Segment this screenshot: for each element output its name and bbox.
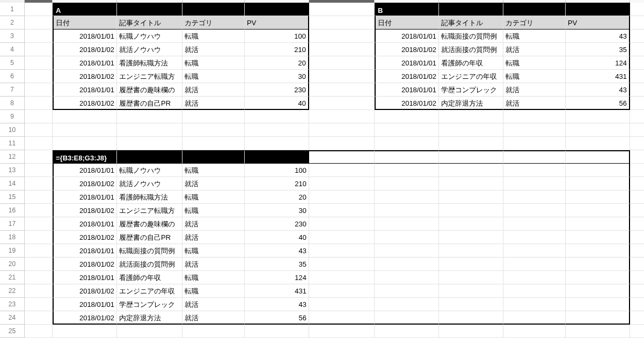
cell[interactable]: 就活面接の質問例: [439, 43, 503, 56]
cell[interactable]: [309, 97, 375, 110]
cell[interactable]: 転職: [503, 30, 566, 43]
cell[interactable]: 230: [245, 217, 309, 231]
cell[interactable]: 124: [245, 271, 309, 284]
spreadsheet-grid[interactable]: 1 A B 2 日付 記事タイトル カテゴリ PV 日付 記事タイトル カテゴリ…: [0, 3, 644, 338]
cell[interactable]: [375, 150, 439, 164]
cell[interactable]: 100: [245, 164, 309, 177]
cell[interactable]: [566, 137, 630, 150]
cell[interactable]: [182, 110, 245, 123]
grid-row[interactable]: 2 日付 記事タイトル カテゴリ PV 日付 記事タイトル カテゴリ PV: [0, 16, 644, 30]
cell[interactable]: 転職面接の質問例: [439, 30, 503, 43]
cell[interactable]: 内定辞退方法: [117, 311, 182, 325]
col-pv[interactable]: PV: [566, 16, 630, 30]
cell[interactable]: [630, 110, 644, 123]
row-header[interactable]: 23: [0, 298, 25, 311]
grid-row[interactable]: 222018/01/02エンジニアの年収転職431: [0, 284, 644, 298]
cell[interactable]: [117, 110, 182, 123]
cell[interactable]: 履歴書の趣味欄の: [117, 83, 182, 97]
cell[interactable]: [25, 56, 53, 70]
row-header[interactable]: 12: [0, 150, 25, 164]
cell[interactable]: [503, 258, 566, 271]
cell[interactable]: 2018/01/01: [53, 83, 117, 97]
cell[interactable]: [439, 271, 503, 284]
grid-row[interactable]: 232018/01/01学歴コンプレック就活43: [0, 298, 644, 311]
cell[interactable]: [309, 271, 375, 284]
cell[interactable]: [309, 70, 375, 83]
cell[interactable]: 就活: [182, 43, 245, 56]
cell[interactable]: [503, 284, 566, 298]
cell[interactable]: [439, 244, 503, 258]
cell[interactable]: [309, 137, 375, 150]
cell[interactable]: 20: [245, 56, 309, 70]
cell[interactable]: [439, 311, 503, 325]
cell[interactable]: 就活: [182, 231, 245, 244]
cell[interactable]: [309, 284, 375, 298]
grid-row[interactable]: 182018/01/02履歴書の自己PR就活40: [0, 231, 644, 244]
cell[interactable]: エンジニア転職方: [117, 70, 182, 83]
cell[interactable]: 30: [245, 204, 309, 217]
cell[interactable]: [375, 271, 439, 284]
cell[interactable]: 40: [245, 231, 309, 244]
row-header[interactable]: 11: [0, 137, 25, 150]
cell[interactable]: 43: [245, 298, 309, 311]
row-header[interactable]: 15: [0, 190, 25, 204]
cell[interactable]: [25, 177, 53, 190]
cell[interactable]: 56: [566, 97, 630, 110]
cell[interactable]: [503, 3, 566, 16]
cell[interactable]: 2018/01/01: [375, 83, 439, 97]
cell[interactable]: [566, 258, 630, 271]
cell[interactable]: [25, 30, 53, 43]
cell[interactable]: 431: [245, 284, 309, 298]
cell[interactable]: [375, 325, 439, 338]
cell[interactable]: 就活: [503, 43, 566, 56]
cell[interactable]: [25, 284, 53, 298]
cell[interactable]: [439, 284, 503, 298]
cell[interactable]: [25, 217, 53, 231]
cell[interactable]: [309, 311, 375, 325]
cell[interactable]: 2018/01/01: [53, 217, 117, 231]
cell[interactable]: 転職: [182, 284, 245, 298]
cell[interactable]: 2018/01/01: [375, 56, 439, 70]
cell[interactable]: 2018/01/02: [53, 97, 117, 110]
cell[interactable]: [566, 244, 630, 258]
cell[interactable]: [630, 284, 644, 298]
cell[interactable]: [375, 298, 439, 311]
cell[interactable]: [630, 271, 644, 284]
cell[interactable]: [375, 123, 439, 137]
cell[interactable]: [503, 325, 566, 338]
grid-row[interactable]: 25: [0, 325, 644, 338]
cell[interactable]: [117, 137, 182, 150]
cell[interactable]: 2018/01/01: [53, 298, 117, 311]
cell[interactable]: [25, 123, 53, 137]
cell[interactable]: 看護師転職方法: [117, 190, 182, 204]
cell[interactable]: [309, 164, 375, 177]
cell[interactable]: [25, 190, 53, 204]
cell[interactable]: [439, 190, 503, 204]
cell[interactable]: [566, 217, 630, 231]
cell[interactable]: [375, 217, 439, 231]
cell[interactable]: [53, 110, 117, 123]
cell[interactable]: 転職: [182, 204, 245, 217]
cell[interactable]: [503, 271, 566, 284]
row-header[interactable]: 1: [0, 3, 25, 16]
cell[interactable]: 就活: [182, 258, 245, 271]
cell[interactable]: [245, 110, 309, 123]
cell[interactable]: 2018/01/01: [53, 271, 117, 284]
cell[interactable]: 就活: [503, 83, 566, 97]
cell[interactable]: 20: [245, 190, 309, 204]
cell[interactable]: [309, 16, 375, 30]
cell[interactable]: 内定辞退方法: [439, 97, 503, 110]
row-header[interactable]: 8: [0, 97, 25, 110]
cell[interactable]: [375, 258, 439, 271]
cell[interactable]: 就活: [182, 97, 245, 110]
cell[interactable]: [245, 137, 309, 150]
cell[interactable]: 2018/01/02: [53, 70, 117, 83]
cell[interactable]: [566, 325, 630, 338]
cell[interactable]: [566, 284, 630, 298]
cell[interactable]: [503, 298, 566, 311]
cell[interactable]: [630, 164, 644, 177]
cell[interactable]: 43: [566, 30, 630, 43]
cell[interactable]: [439, 137, 503, 150]
cell[interactable]: [503, 137, 566, 150]
cell[interactable]: 転職: [182, 271, 245, 284]
